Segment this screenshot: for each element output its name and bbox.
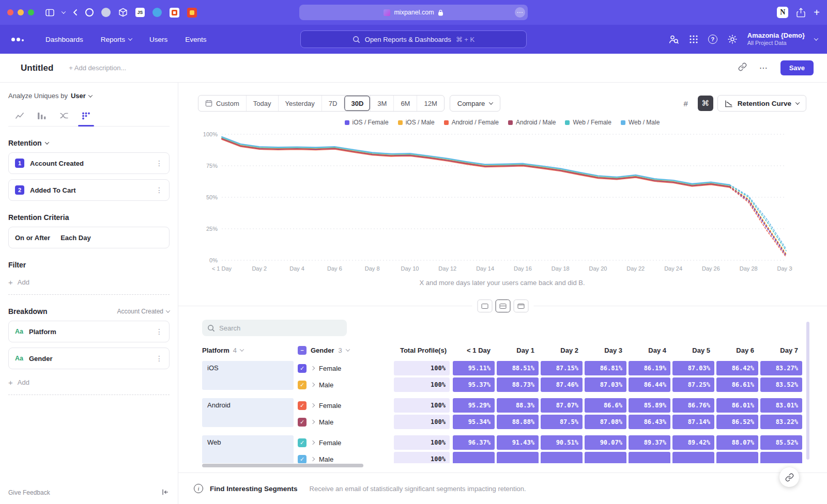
retention-value-cell[interactable]: 83.22% bbox=[760, 415, 802, 429]
retention-value-cell[interactable]: 86.43% bbox=[629, 415, 670, 429]
retention-value-cell[interactable]: 83.27% bbox=[760, 361, 802, 375]
property-menu-icon[interactable]: ⋮ bbox=[156, 354, 163, 363]
retention-criteria-control[interactable]: On or After Each Day bbox=[8, 227, 170, 248]
retention-value-cell[interactable]: 86.52% bbox=[716, 415, 758, 429]
retention-value-cell[interactable]: 89.37% bbox=[629, 435, 670, 450]
analyze-uniques-control[interactable]: Analyze Uniques by User bbox=[8, 92, 170, 100]
range-12m[interactable]: 12M bbox=[417, 96, 443, 111]
table-search-input[interactable] bbox=[219, 324, 333, 332]
legend-item[interactable]: iOS / Female bbox=[345, 119, 389, 126]
legend-item[interactable]: iOS / Male bbox=[398, 119, 435, 126]
add-breakdown-button[interactable]: + Add bbox=[8, 379, 170, 395]
retention-value-cell[interactable]: 87.15% bbox=[541, 361, 583, 375]
global-search[interactable]: Open Reports & Dashboards ⌘ + K bbox=[300, 30, 527, 48]
range-yesterday[interactable]: Yesterday bbox=[278, 96, 321, 111]
retention-value-cell[interactable]: 95.34% bbox=[453, 415, 495, 429]
retention-value-cell[interactable] bbox=[629, 452, 670, 463]
retention-section-heading[interactable]: Retention bbox=[8, 139, 170, 147]
row-checkbox[interactable]: ✓ bbox=[298, 364, 307, 373]
minimize-window-button[interactable] bbox=[18, 9, 24, 15]
day-column-header[interactable]: Day 2 bbox=[541, 346, 583, 354]
notion-extension-icon[interactable]: N bbox=[777, 7, 788, 18]
tab-retention[interactable] bbox=[75, 107, 97, 126]
share-icon[interactable] bbox=[797, 8, 805, 18]
extension-icon-6[interactable] bbox=[170, 8, 179, 18]
address-bar[interactable]: mixpanel.com ⋯ bbox=[299, 5, 528, 20]
expand-chevron-icon[interactable] bbox=[311, 383, 315, 387]
day-column-header[interactable]: Day 7 bbox=[760, 346, 802, 354]
view-table-only-button[interactable] bbox=[513, 300, 528, 312]
retention-value-cell[interactable]: 89.42% bbox=[672, 435, 714, 450]
row-checkbox[interactable]: ✓ bbox=[298, 381, 307, 389]
grid-values-icon[interactable]: # bbox=[678, 96, 694, 111]
row-checkbox[interactable]: ✓ bbox=[298, 455, 307, 464]
retention-value-cell[interactable]: 83.52% bbox=[760, 377, 802, 392]
legend-item[interactable]: Web / Female bbox=[565, 119, 611, 126]
legend-item[interactable]: Android / Female bbox=[444, 119, 499, 126]
retention-value-cell[interactable] bbox=[497, 452, 539, 463]
settings-gear-icon[interactable] bbox=[727, 34, 738, 44]
retention-value-cell[interactable]: 86.44% bbox=[629, 377, 670, 392]
horizontal-scrollbar[interactable] bbox=[202, 464, 363, 467]
copy-link-icon[interactable] bbox=[738, 62, 747, 73]
range-7d[interactable]: 7D bbox=[321, 96, 344, 111]
retention-value-cell[interactable]: 88.73% bbox=[497, 377, 539, 392]
day-column-header[interactable]: Day 5 bbox=[672, 346, 714, 354]
address-more-button[interactable]: ⋯ bbox=[515, 7, 525, 18]
report-title[interactable]: Untitled bbox=[21, 63, 53, 73]
breakdown-scope-selector[interactable]: Account Created bbox=[117, 308, 170, 315]
row-checkbox[interactable]: ✓ bbox=[298, 418, 307, 427]
close-window-button[interactable] bbox=[7, 9, 13, 15]
retention-value-cell[interactable]: 86.81% bbox=[585, 361, 626, 375]
retention-value-cell[interactable]: 86.42% bbox=[716, 361, 758, 375]
find-segments-link[interactable]: Find Interesting Segments bbox=[210, 485, 298, 493]
add-filter-button[interactable]: + Add bbox=[8, 278, 170, 295]
expand-chevron-icon[interactable] bbox=[311, 457, 315, 461]
row-checkbox[interactable]: ✓ bbox=[298, 438, 307, 447]
expand-chevron-icon[interactable] bbox=[311, 403, 315, 407]
add-description-button[interactable]: + Add description... bbox=[69, 64, 126, 72]
table-search[interactable] bbox=[202, 320, 347, 336]
chevron-down-icon[interactable] bbox=[814, 36, 818, 40]
account-switcher[interactable]: Amazonia {Demo} All Project Data bbox=[747, 32, 805, 47]
retention-value-cell[interactable]: 86.19% bbox=[629, 361, 670, 375]
retention-step-b[interactable]: 2 Added To Cart ⋮ bbox=[8, 179, 170, 201]
back-button[interactable] bbox=[73, 9, 78, 16]
day-column-header[interactable]: Day 3 bbox=[585, 346, 626, 354]
extension-icon-7[interactable] bbox=[187, 8, 197, 18]
new-tab-button[interactable]: + bbox=[814, 7, 820, 18]
retention-value-cell[interactable]: 88.07% bbox=[716, 435, 758, 450]
retention-value-cell[interactable] bbox=[585, 452, 626, 463]
retention-value-cell[interactable]: 86.01% bbox=[716, 398, 758, 413]
expand-chevron-icon[interactable] bbox=[311, 440, 315, 445]
give-feedback-link[interactable]: Give Feedback bbox=[8, 489, 50, 496]
property-menu-icon[interactable]: ⋮ bbox=[156, 327, 163, 336]
range-3m[interactable]: 3M bbox=[370, 96, 393, 111]
user-search-icon[interactable] bbox=[668, 34, 679, 44]
expand-chevron-icon[interactable] bbox=[311, 366, 315, 370]
retention-value-cell[interactable] bbox=[716, 452, 758, 463]
retention-value-cell[interactable]: 96.37% bbox=[453, 435, 495, 450]
chart-type-selector[interactable]: Retention Curve bbox=[717, 95, 806, 112]
shortcut-command-icon[interactable]: ⌘ bbox=[698, 96, 713, 111]
retention-step-a[interactable]: 1 Account Created ⋮ bbox=[8, 152, 170, 174]
retention-value-cell[interactable]: 87.03% bbox=[585, 377, 626, 392]
zoom-window-button[interactable] bbox=[28, 9, 34, 15]
vertical-scrollbar[interactable] bbox=[806, 322, 809, 460]
nav-events[interactable]: Events bbox=[185, 36, 206, 43]
retention-value-cell[interactable]: 85.89% bbox=[629, 398, 670, 413]
retention-value-cell[interactable]: 87.14% bbox=[672, 415, 714, 429]
step-menu-icon[interactable]: ⋮ bbox=[156, 186, 163, 194]
platform-column-header[interactable]: Platform 4 bbox=[202, 346, 298, 354]
retention-value-cell[interactable]: 87.03% bbox=[672, 361, 714, 375]
share-link-fab[interactable] bbox=[779, 467, 799, 487]
view-split-button[interactable] bbox=[495, 300, 510, 312]
range-30d[interactable]: 30D bbox=[344, 96, 370, 111]
retention-value-cell[interactable]: 90.51% bbox=[541, 435, 583, 450]
nav-dashboards[interactable]: Dashboards bbox=[45, 36, 83, 43]
retention-value-cell[interactable]: 86.76% bbox=[672, 398, 714, 413]
tab-insights[interactable] bbox=[8, 107, 30, 126]
retention-value-cell[interactable]: 91.43% bbox=[497, 435, 539, 450]
total-profiles-header[interactable]: Total Profile(s) bbox=[394, 346, 450, 354]
retention-value-cell[interactable]: 90.07% bbox=[585, 435, 626, 450]
